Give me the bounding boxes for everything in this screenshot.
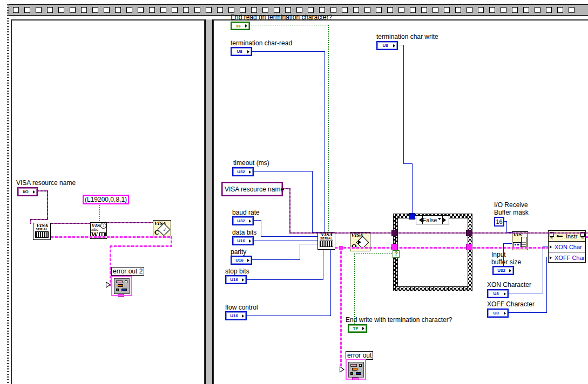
case-dropdown-icon[interactable] (438, 218, 441, 222)
case-prev-icon[interactable] (417, 218, 422, 222)
visa-wire[interactable] (289, 232, 588, 234)
numeric-wire[interactable] (403, 163, 413, 164)
numeric-wire[interactable] (503, 244, 504, 266)
visa-resource-terminal[interactable]: I/O (17, 187, 38, 196)
numeric-wire[interactable] (323, 249, 323, 280)
string-wire[interactable] (99, 205, 100, 222)
visa-wire[interactable] (30, 219, 48, 220)
timeout-terminal[interactable]: U32 (232, 167, 254, 176)
mask-constant[interactable]: 16 (494, 217, 504, 227)
page-marks: ?! (550, 237, 553, 240)
numeric-wire[interactable] (247, 316, 331, 316)
boolean-wire[interactable] (328, 25, 329, 232)
numeric-wire[interactable] (261, 220, 261, 237)
property-row-xon-char[interactable]: XON Char (549, 242, 585, 252)
numeric-wire[interactable] (508, 293, 543, 293)
end-write-terminal[interactable]: TF (348, 324, 367, 333)
visa-wire[interactable] (47, 190, 48, 220)
visa-close-node[interactable]: VISA ✓ C (153, 220, 171, 237)
visa-serial-node[interactable]: VISA SERIAL (317, 232, 335, 250)
visa-serial-node[interactable]: VISA SERIAL (33, 223, 51, 240)
numeric-wire[interactable] (543, 246, 549, 246)
numeric-wire[interactable] (403, 45, 404, 164)
serial-config-string-constant[interactable]: (L19200,0,8,1) (83, 195, 129, 204)
property-row-xoff-char[interactable]: XOFF Char (549, 252, 585, 263)
numeric-wire[interactable] (325, 51, 325, 232)
case-tunnel-error-left[interactable] (391, 244, 398, 250)
numeric-wire[interactable] (412, 163, 413, 214)
error-wire[interactable] (335, 247, 548, 249)
error-out-2-indicator[interactable] (111, 276, 132, 296)
error-wire[interactable] (51, 236, 172, 238)
numeric-wire[interactable] (506, 221, 507, 232)
end-read-terminal[interactable]: TF (231, 22, 250, 30)
numeric-wire[interactable] (261, 236, 318, 237)
case-tunnel-visa-right[interactable] (466, 230, 472, 236)
case-tunnel-error-right[interactable] (466, 244, 472, 250)
numeric-wire[interactable] (543, 246, 543, 293)
numeric-wire[interactable] (254, 241, 318, 241)
baud-rate-terminal[interactable]: U32 (232, 216, 254, 225)
error-wire[interactable] (340, 247, 342, 369)
visa-wire[interactable] (37, 190, 48, 191)
error-wire[interactable] (586, 236, 588, 238)
case-next-icon[interactable] (443, 218, 448, 222)
data-bits-terminal[interactable]: U16 (232, 236, 254, 245)
end-read-label: End read on termination character? (231, 13, 332, 21)
xoff-character-terminal[interactable]: U8 (487, 308, 509, 318)
xon-character-terminal[interactable]: U8 (487, 289, 509, 298)
sprocket-square (194, 7, 200, 13)
visa-wire[interactable] (289, 188, 290, 234)
numeric-wire[interactable] (508, 312, 547, 313)
numeric-wire[interactable] (252, 51, 325, 52)
error-cluster-glyph (348, 362, 364, 378)
numeric-wire[interactable] (254, 171, 313, 172)
visa-wire[interactable] (30, 219, 31, 224)
error-wire[interactable] (110, 245, 172, 247)
error-cluster-glyph (114, 278, 130, 294)
termination-char-write-terminal[interactable]: U8 (376, 41, 398, 50)
sprocket-square (364, 7, 370, 13)
numeric-wire[interactable] (503, 243, 512, 244)
numeric-wire[interactable] (312, 171, 313, 232)
flow-control-terminal[interactable]: U16 (225, 311, 247, 320)
sprocket-square (115, 7, 121, 13)
numeric-wire[interactable] (546, 257, 549, 257)
termination-char-read-terminal[interactable]: U8 (231, 47, 252, 56)
visa-wire[interactable] (107, 222, 153, 223)
input-buffer-size-terminal[interactable]: U32 (492, 266, 514, 275)
numeric-wire[interactable] (300, 244, 300, 260)
sprocket-square (319, 7, 325, 13)
case-structure[interactable] (393, 214, 472, 291)
boolean-wire[interactable] (354, 253, 355, 324)
case-tunnel-boolean[interactable] (409, 213, 415, 220)
sprocket-square (546, 7, 552, 13)
error-cluster-glyph (116, 289, 119, 291)
boolean-wire[interactable] (249, 25, 329, 25)
visa-resource-name-control[interactable]: VISA resource name (221, 182, 283, 196)
boolean-wire[interactable] (354, 253, 393, 254)
visa-property-node[interactable]: ?! Instr ?! XON Char XOFF Char (548, 230, 586, 263)
numeric-wire[interactable] (247, 279, 323, 280)
case-selector-terminal[interactable]: ? (393, 250, 400, 258)
data-bits-label: data bits (232, 229, 256, 236)
sprocket-square (569, 7, 575, 13)
numeric-wire[interactable] (330, 249, 331, 316)
numeric-wire[interactable] (252, 259, 300, 260)
numeric-wire[interactable] (300, 244, 318, 244)
sprocket-square (557, 7, 563, 13)
stop-bits-terminal[interactable]: U16 (225, 275, 247, 284)
sprocket-square (512, 7, 518, 13)
numeric-wire[interactable] (546, 257, 547, 313)
error-cluster-glyph (352, 368, 357, 371)
check-glyph: ✓ (163, 227, 167, 232)
wire-junction[interactable] (339, 246, 343, 250)
parity-terminal[interactable]: U16 (231, 256, 252, 265)
case-tunnel-visa-left[interactable] (391, 230, 398, 236)
numeric-wire[interactable] (254, 220, 261, 221)
error-out-indicator[interactable] (346, 359, 366, 380)
numeric-wire[interactable] (506, 232, 513, 232)
visa-wire[interactable] (51, 223, 91, 224)
sprocket-square (376, 7, 382, 13)
case-selector[interactable]: False (416, 215, 449, 224)
